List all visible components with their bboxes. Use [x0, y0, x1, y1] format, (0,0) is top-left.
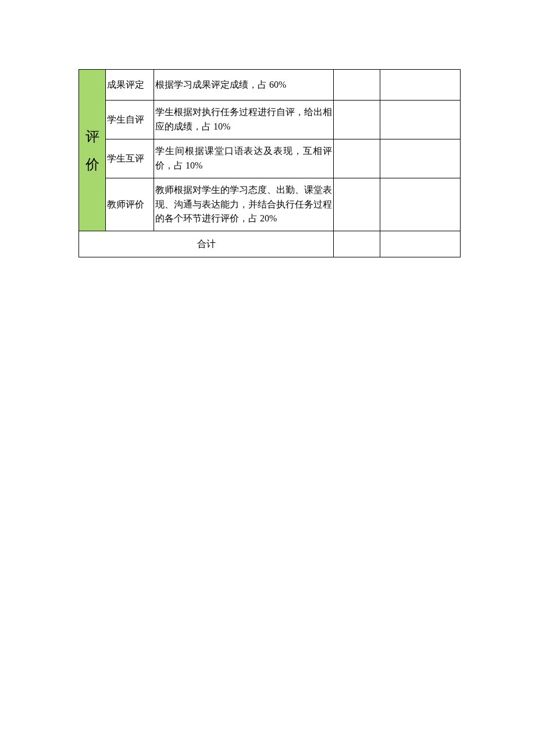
- score-cell: [334, 139, 380, 178]
- item-cell: 成果评定: [106, 70, 154, 101]
- category-cell: 评 价: [79, 70, 106, 231]
- desc-text: 学生根据对执行任务过程进行自评，给出相应的成绩，占 10%: [154, 103, 333, 137]
- extra-cell: [380, 231, 461, 257]
- item-label: 学生互评: [106, 149, 154, 169]
- table-row: 评 价 成果评定 根据学习成果评定成绩，占 60%: [79, 70, 461, 101]
- desc-text: 教师根据对学生的学习态度、出勤、课堂表现、沟通与表达能力，并结合执行任务过程的各…: [154, 181, 333, 228]
- page: 评 价 成果评定 根据学习成果评定成绩，占 60% 学生自评 学生: [0, 0, 535, 756]
- extra-cell: [380, 139, 461, 178]
- category-char-1: 评: [80, 123, 104, 151]
- extra-cell: [380, 70, 461, 101]
- item-label: 成果评定: [106, 76, 154, 95]
- table-row: 学生互评 学生间根据课堂口语表达及表现，互相评价，占 10%: [79, 139, 461, 178]
- item-cell: 教师评价: [106, 178, 154, 231]
- item-label: 学生自评: [106, 110, 154, 130]
- desc-cell: 学生根据对执行任务过程进行自评，给出相应的成绩，占 10%: [154, 101, 334, 139]
- score-cell: [334, 70, 380, 101]
- desc-text: 根据学习成果评定成绩，占 60%: [154, 76, 333, 95]
- total-label: 合计: [79, 235, 333, 254]
- item-cell: 学生自评: [106, 101, 154, 139]
- item-label: 教师评价: [106, 195, 154, 214]
- score-cell: [334, 101, 380, 139]
- desc-text: 学生间根据课堂口语表达及表现，互相评价，占 10%: [154, 142, 333, 175]
- table-row-total: 合计: [79, 231, 461, 257]
- table-row: 教师评价 教师根据对学生的学习态度、出勤、课堂表现、沟通与表达能力，并结合执行任…: [79, 178, 461, 231]
- score-cell: [334, 178, 380, 231]
- desc-cell: 根据学习成果评定成绩，占 60%: [154, 70, 334, 101]
- item-cell: 学生互评: [106, 139, 154, 178]
- evaluation-table: 评 价 成果评定 根据学习成果评定成绩，占 60% 学生自评 学生: [79, 69, 461, 257]
- score-cell: [334, 231, 380, 257]
- category-char-2: 价: [80, 151, 104, 178]
- desc-cell: 教师根据对学生的学习态度、出勤、课堂表现、沟通与表达能力，并结合执行任务过程的各…: [154, 178, 334, 231]
- extra-cell: [380, 178, 461, 231]
- table-row: 学生自评 学生根据对执行任务过程进行自评，给出相应的成绩，占 10%: [79, 101, 461, 139]
- extra-cell: [380, 101, 461, 139]
- desc-cell: 学生间根据课堂口语表达及表现，互相评价，占 10%: [154, 139, 334, 178]
- total-cell: 合计: [79, 231, 334, 257]
